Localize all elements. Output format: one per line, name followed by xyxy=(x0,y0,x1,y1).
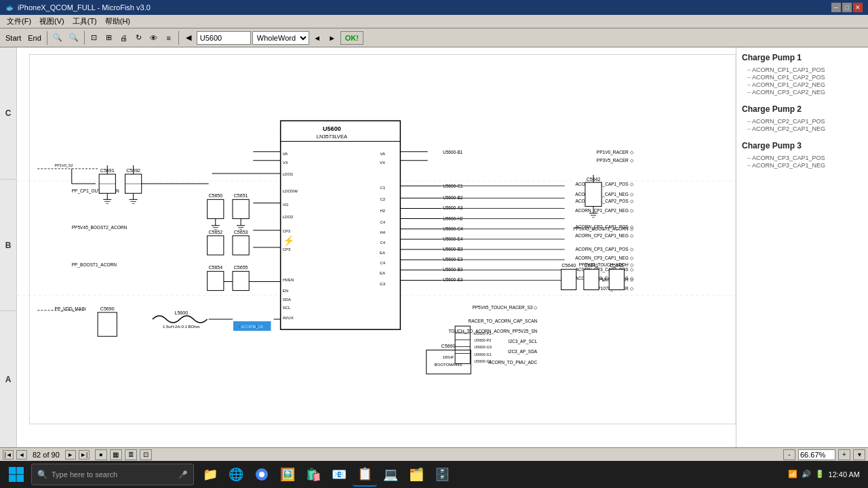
search-mode-dropdown[interactable]: WholeWord Contains xyxy=(252,31,309,45)
ruler-label-c: C xyxy=(5,108,12,118)
rp-charge-pump-1-title: Charge Pump 1 xyxy=(742,53,863,62)
svg-text:U5600-P2: U5600-P2 xyxy=(474,338,491,342)
nav-start-button[interactable]: Start xyxy=(3,30,24,45)
tray-battery-icon: 🔋 xyxy=(815,470,825,479)
list-button[interactable]: ≡ xyxy=(162,30,176,45)
taskbar-app-mail[interactable]: 📧 xyxy=(327,462,351,487)
svg-text:C5690: C5690 xyxy=(100,306,115,311)
nav-next-button[interactable]: ► xyxy=(326,30,339,45)
sb-zoom-dropdown-button[interactable]: ▾ xyxy=(853,449,865,460)
toolbar: Start End 🔍 🔍 ⊡ ⊞ 🖨 ↻ 👁 ≡ ◀ WholeWord Co… xyxy=(0,28,868,47)
svg-text:ACORN_CP1_CAP1_NEG ◇: ACORN_CP1_CAP1_NEG ◇ xyxy=(575,192,633,197)
svg-text:PP1V0_S2: PP1V0_S2 xyxy=(55,163,73,167)
menu-file[interactable]: 文件(F) xyxy=(3,16,35,27)
svg-rect-178 xyxy=(17,467,24,474)
view-button[interactable]: 👁 xyxy=(147,30,161,45)
sb-zoom-decrease-button[interactable]: - xyxy=(783,449,795,460)
svg-text:U5600-C4: U5600-C4 xyxy=(443,226,463,231)
tray-network-icon: 📶 xyxy=(788,470,797,479)
svg-text:SCL: SCL xyxy=(283,306,291,310)
sb-grid-view-button[interactable]: ▦ xyxy=(110,449,122,460)
maximize-button[interactable]: □ xyxy=(842,3,852,12)
svg-text:HVEN: HVEN xyxy=(283,278,294,282)
zoom-out-button[interactable]: 🔍 xyxy=(50,30,65,45)
svg-text:PP5V45_TOUCH_RACER_S3 ◇: PP5V45_TOUCH_RACER_S3 ◇ xyxy=(472,305,538,310)
svg-text:U5600-C1: U5600-C1 xyxy=(443,184,463,188)
sb-list-view-button[interactable]: ≣ xyxy=(125,449,137,460)
taskbar-search-label: Type here to search xyxy=(52,470,117,479)
svg-text:L5600: L5600 xyxy=(174,310,188,315)
nav-prev-button[interactable]: ◄ xyxy=(311,30,324,45)
titlebar-left: 🐟 iPhoneX_QCOM_FULL - MicroFish v3.0 xyxy=(5,3,151,12)
menu-view[interactable]: 视图(V) xyxy=(35,16,68,27)
back-button[interactable]: ◀ xyxy=(182,30,195,45)
start-button[interactable] xyxy=(3,462,30,487)
right-panel: Charge Pump 1 –ACORN_CP1_CAP1_POS –ACORN… xyxy=(736,47,868,447)
taskbar-app-chrome[interactable] xyxy=(250,462,274,487)
menu-tools[interactable]: 工具(T) xyxy=(68,16,101,27)
statusbar: |◄ ◄ 82 of 90 ► ►| ● ▦ ≣ ⊡ - + ▾ xyxy=(0,447,868,461)
sb-zoom-increase-button[interactable]: + xyxy=(838,449,850,460)
zoom-input[interactable] xyxy=(798,449,835,460)
taskbar-app-microfish[interactable]: 📋 xyxy=(353,462,377,487)
svg-text:U5600-H2: U5600-H2 xyxy=(443,216,463,221)
sb-zoom-view-button[interactable]: ⊡ xyxy=(140,449,152,460)
close-button[interactable]: ✕ xyxy=(853,3,863,12)
fit-button[interactable]: ⊡ xyxy=(87,30,101,45)
taskbar-search[interactable]: 🔍 Type here to search 🎤 xyxy=(31,464,194,485)
svg-text:C5660: C5660 xyxy=(441,344,456,348)
minimize-button[interactable]: ─ xyxy=(831,3,841,12)
rotate-button[interactable]: ↻ xyxy=(132,30,146,45)
svg-text:C5654: C5654 xyxy=(208,265,222,270)
svg-text:C4: C4 xyxy=(380,220,385,224)
tray-sound-icon: 🔊 xyxy=(802,470,811,479)
sb-next-button[interactable]: ► xyxy=(65,450,76,460)
sb-prev-button[interactable]: ◄ xyxy=(16,450,27,460)
svg-text:ACORN_TO_PMU_ADC: ACORN_TO_PMU_ADC xyxy=(488,360,537,365)
svg-text:TOUCH_TO_ACORN_ACORN_PP5V25_SN: TOUCH_TO_ACORN_ACORN_PP5V25_SN xyxy=(448,329,537,334)
canvas-area[interactable]: U5600 LN3573LVEA VA VX LDO1 LDOSW VG LDO… xyxy=(17,47,736,447)
select-button[interactable]: ⊞ xyxy=(102,30,116,45)
print-button[interactable]: 🖨 xyxy=(117,30,131,45)
taskbar-app-photos[interactable]: 🖼️ xyxy=(275,462,300,487)
taskbar-app-terminal[interactable]: 💻 xyxy=(378,462,403,487)
toolbar-sep3 xyxy=(178,31,179,45)
nav-end-button[interactable]: End xyxy=(25,30,44,45)
taskbar-app-store[interactable]: 🛍️ xyxy=(301,462,326,487)
svg-text:ACORN_CP2_CAP1_NEG ◇: ACORN_CP2_CAP1_NEG ◇ xyxy=(575,233,633,239)
svg-text:CP3: CP3 xyxy=(283,247,291,251)
svg-text:BOOTOMAINS: BOOTOMAINS xyxy=(435,363,462,367)
menubar: 文件(F) 视图(V) 工具(T) 帮助(H) xyxy=(0,15,868,28)
svg-rect-111 xyxy=(208,236,224,255)
menu-help[interactable]: 帮助(H) xyxy=(101,16,134,27)
taskbar-app-file-explorer[interactable]: 📁 xyxy=(198,462,222,487)
sb-page-view-button[interactable]: ● xyxy=(95,449,107,460)
svg-text:SDA: SDA xyxy=(283,298,292,302)
svg-text:VX: VX xyxy=(380,161,385,165)
rp-charge-pump-2-title: Charge Pump 2 xyxy=(742,104,863,114)
svg-text:⚡: ⚡ xyxy=(283,235,295,247)
svg-text:C4: C4 xyxy=(380,241,385,245)
taskbar-app-edge[interactable]: 🌐 xyxy=(224,462,248,487)
sb-first-button[interactable]: |◄ xyxy=(3,450,14,460)
zoom-in-button[interactable]: 🔍 xyxy=(66,30,81,45)
svg-text:U5600-G3: U5600-G3 xyxy=(474,345,492,349)
svg-text:LDOSW: LDOSW xyxy=(283,189,298,193)
taskbar-app-db[interactable]: 🗄️ xyxy=(430,462,454,487)
svg-text:PP5V45_BOOST2_ACORN: PP5V45_BOOST2_ACORN xyxy=(72,225,127,230)
titlebar-controls: ─ □ ✕ xyxy=(831,3,863,12)
svg-text:PP5V45_BOOST2_ACORN ◇: PP5V45_BOOST2_ACORN ◇ xyxy=(573,226,633,232)
svg-rect-113 xyxy=(233,236,249,255)
svg-text:PP_BOOST1_ACORN: PP_BOOST1_ACORN xyxy=(72,262,117,268)
taskbar-app-folder2[interactable]: 🗂️ xyxy=(404,462,429,487)
taskbar-mic-icon: 🎤 xyxy=(178,470,188,479)
titlebar: 🐟 iPhoneX_QCOM_FULL - MicroFish v3.0 ─ □… xyxy=(0,0,868,15)
svg-text:H2: H2 xyxy=(380,209,385,213)
svg-rect-137 xyxy=(609,269,624,289)
search-input[interactable] xyxy=(197,31,251,45)
svg-rect-107 xyxy=(208,199,224,218)
taskbar-search-icon: 🔍 xyxy=(37,470,47,479)
ok-button[interactable]: OK! xyxy=(340,31,363,45)
svg-text:I2C3_AP_SCL: I2C3_AP_SCL xyxy=(509,339,538,344)
sb-last-button[interactable]: ►| xyxy=(79,450,90,460)
